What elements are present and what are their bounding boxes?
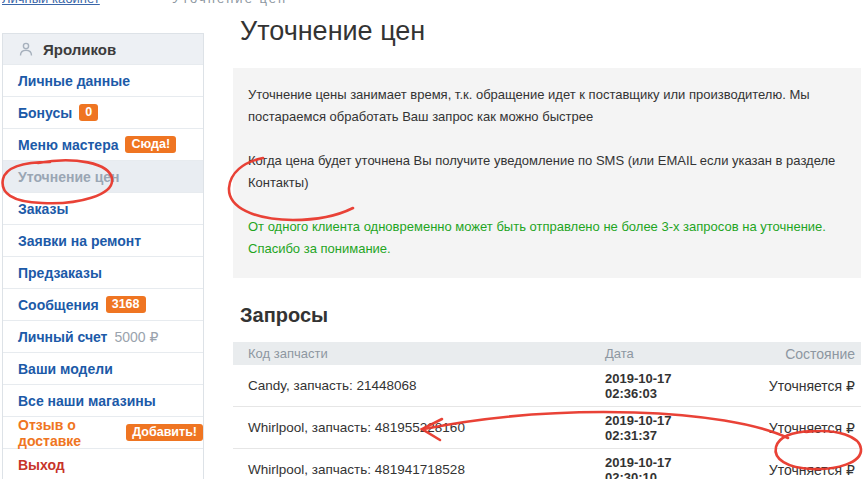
main-content: Уточнение цен Уточнение цены занимает вр… — [233, 0, 861, 479]
sidebar-item-bonuses[interactable]: Бонусы 0 — [3, 96, 203, 128]
user-icon — [18, 41, 34, 57]
table-row: Candy, запчасть: 21448068 2019-10-17 02:… — [233, 365, 861, 407]
status-cell: Уточняется ₽ — [715, 420, 861, 436]
info-note-green: От одного клиента одновременно может быт… — [248, 216, 846, 260]
sidebar-item-delivery-feedback[interactable]: Отзыв о доставке Добавить! — [3, 416, 203, 448]
part-code-cell: Whirlpool, запчасть: 481955228160 — [233, 420, 605, 435]
sidebar-item-label: Личный счет — [18, 329, 107, 345]
table-header-row: Код запчасти Дата Состояние — [233, 342, 861, 365]
sidebar-item-label: Заявки на ремонт — [18, 233, 141, 249]
table-row: Whirlpool, запчасть: 481955228160 2019-1… — [233, 407, 861, 449]
sidebar-item-repair-requests[interactable]: Заявки на ремонт — [3, 224, 203, 256]
date-cell: 2019-10-17 02:36:03 — [605, 371, 715, 401]
info-paragraph-2: Когда цена будет уточнена Вы получите ув… — [248, 150, 846, 194]
info-paragraph-1: Уточнение цены занимает время, т.к. обра… — [248, 84, 846, 128]
ruble-sign: ₽ — [846, 378, 855, 394]
time-value: 02:36:03 — [605, 386, 715, 401]
sidebar-item-personal-data[interactable]: Личные данные — [3, 64, 203, 96]
account-balance: 5000 ₽ — [114, 329, 158, 345]
status-cell: Уточняется ₽ — [715, 462, 861, 478]
time-value: 02:30:10 — [605, 470, 715, 479]
sidebar-item-your-models[interactable]: Ваши модели — [3, 352, 203, 384]
date-value: 2019-10-17 — [605, 455, 715, 470]
sidebar-item-label: Бонусы — [18, 105, 72, 121]
time-value: 02:31:37 — [605, 428, 715, 443]
status-value: Уточняется — [769, 420, 842, 436]
page-title: Уточнение цен — [240, 16, 861, 47]
sidebar-item-price-clarification[interactable]: Уточнение цен — [3, 160, 203, 192]
sidebar-item-label: Заказы — [18, 201, 68, 217]
part-code-cell: Candy, запчасть: 21448068 — [233, 378, 605, 393]
sidebar-item-label: Отзыв о доставке — [18, 417, 119, 449]
column-header-part-code: Код запчасти — [233, 346, 605, 361]
requests-table: Код запчасти Дата Состояние Candy, запча… — [233, 342, 861, 479]
sidebar-item-messages[interactable]: Сообщения 3168 — [3, 288, 203, 320]
messages-count-badge: 3168 — [106, 296, 146, 314]
master-menu-badge: Сюда! — [125, 136, 176, 154]
sidebar-item-label: Сообщения — [18, 297, 99, 313]
sidebar-item-label: Все наши магазины — [18, 393, 156, 409]
add-feedback-badge[interactable]: Добавить! — [126, 424, 203, 442]
part-code-cell: Whirlpool, запчасть: 481941718528 — [233, 462, 605, 477]
date-cell: 2019-10-17 02:30:10 — [605, 455, 715, 479]
sidebar-item-personal-account[interactable]: Личный счет 5000 ₽ — [3, 320, 203, 352]
sidebar-item-logout[interactable]: Выход — [3, 448, 203, 479]
sidebar-item-label: Предзаказы — [18, 265, 102, 281]
info-box: Уточнение цены занимает время, т.к. обра… — [233, 68, 861, 278]
ruble-sign: ₽ — [846, 462, 855, 478]
sidebar-item-label: Меню мастера — [18, 137, 118, 153]
sidebar-item-preorders[interactable]: Предзаказы — [3, 256, 203, 288]
column-header-date: Дата — [605, 346, 715, 361]
sidebar-item-all-stores[interactable]: Все наши магазины — [3, 384, 203, 416]
sidebar-item-label: Уточнение цен — [18, 169, 120, 185]
status-value: Уточняется — [769, 462, 842, 478]
sidebar-item-orders[interactable]: Заказы — [3, 192, 203, 224]
user-header: Яроликов — [3, 34, 203, 64]
sidebar-item-label: Выход — [18, 457, 65, 473]
status-value: Уточняется — [769, 378, 842, 394]
breadcrumb-home-link[interactable]: Личный кабинет — [2, 0, 100, 6]
table-row: Whirlpool, запчасть: 481941718528 2019-1… — [233, 449, 861, 479]
sidebar-item-label: Ваши модели — [18, 361, 113, 377]
column-header-status: Состояние — [715, 346, 861, 362]
requests-heading: Запросы — [240, 304, 861, 327]
date-value: 2019-10-17 — [605, 371, 715, 386]
date-value: 2019-10-17 — [605, 413, 715, 428]
account-sidebar: Яроликов Личные данные Бонусы 0 Меню мас… — [2, 33, 204, 479]
sidebar-item-label: Личные данные — [18, 73, 130, 89]
bonuses-count-badge: 0 — [79, 104, 98, 122]
status-cell: Уточняется ₽ — [715, 378, 861, 394]
date-cell: 2019-10-17 02:31:37 — [605, 413, 715, 443]
sidebar-item-master-menu[interactable]: Меню мастера Сюда! — [3, 128, 203, 160]
user-name: Яроликов — [43, 41, 116, 58]
ruble-sign: ₽ — [846, 420, 855, 436]
